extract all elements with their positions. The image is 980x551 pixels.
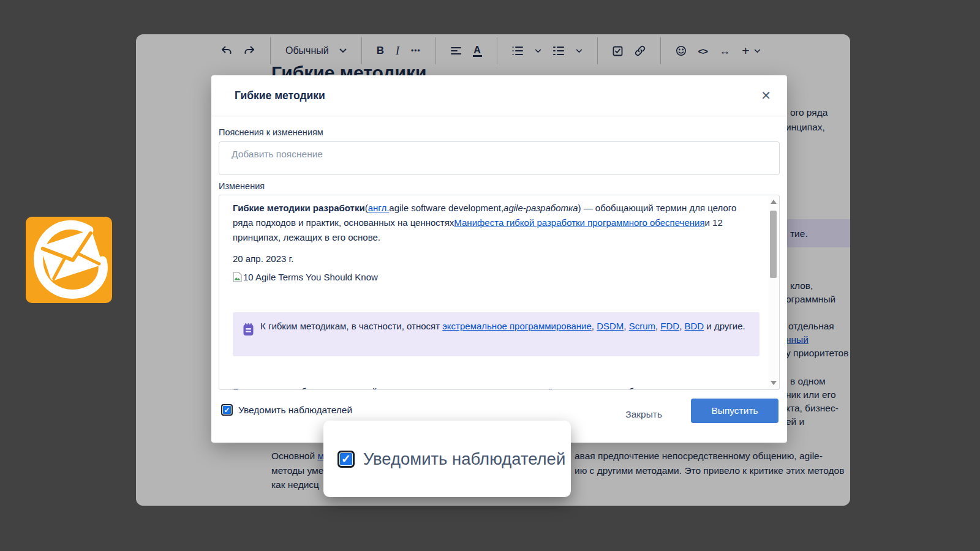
info-panel-text: К гибким методикам, в частности, относят… — [260, 319, 745, 333]
diff-date: 20 апр. 2023 г. — [233, 253, 293, 264]
bdd-link[interactable]: BDD — [685, 321, 704, 331]
scrum-link[interactable]: Scrum — [629, 321, 655, 331]
lang-link[interactable]: англ. — [368, 203, 390, 213]
dialog-body: Пояснения к изменениям Изменения Гибкие … — [211, 127, 787, 390]
changes-scrollbar[interactable] — [768, 196, 778, 389]
broken-image-line: 10 Agile Terms You Should Know — [233, 272, 378, 282]
scroll-down-arrow[interactable] — [771, 381, 777, 385]
clipped-paragraph: Большинство гибких методологий нацелены … — [233, 386, 652, 390]
close-icon[interactable]: ✕ — [761, 89, 771, 102]
diff-paragraph: Гибкие методики разработки(англ.agile so… — [233, 201, 756, 244]
image-alt-text: 10 Agile Terms You Should Know — [243, 272, 378, 282]
magnified-notify-label: Уведомить наблюдателей — [363, 449, 565, 469]
changes-preview: Гибкие методики разработки(англ.agile so… — [219, 195, 780, 390]
notify-watchers-label: Уведомить наблюдателей — [238, 405, 352, 416]
fdd-link[interactable]: FDD — [660, 321, 679, 331]
dialog-header: Гибкие методики ✕ — [211, 75, 787, 116]
info-panel: К гибким методикам, в частности, относят… — [233, 312, 760, 356]
dsdm-link[interactable]: DSDM — [597, 321, 624, 331]
manifesto-link[interactable]: Манифеста гибкой разработки программного… — [454, 217, 704, 228]
changes-label: Изменения — [219, 181, 780, 191]
dialog-title: Гибкие методики — [235, 89, 761, 102]
note-icon — [243, 323, 254, 339]
magnifier-popup: ✓ Уведомить наблюдателей — [323, 421, 571, 497]
magnified-notify-checkbox[interactable]: ✓ — [337, 451, 355, 468]
close-button[interactable]: Закрыть — [625, 409, 662, 420]
mail-app-logo-icon[interactable] — [26, 217, 112, 303]
notify-watchers-row: ✓ Уведомить наблюдателей — [221, 404, 352, 416]
xp-link[interactable]: экстремальное программирование — [442, 321, 592, 331]
publish-dialog: Гибкие методики ✕ Пояснения к изменениям… — [211, 75, 787, 443]
scrollbar-thumb[interactable] — [770, 211, 777, 278]
publish-button[interactable]: Выпустить — [691, 399, 778, 423]
explanation-label: Пояснения к изменениям — [219, 127, 780, 137]
scroll-up-arrow[interactable] — [771, 200, 777, 204]
broken-image-icon — [233, 272, 242, 282]
notify-watchers-checkbox[interactable]: ✓ — [221, 404, 233, 416]
explanation-input[interactable] — [219, 141, 780, 175]
